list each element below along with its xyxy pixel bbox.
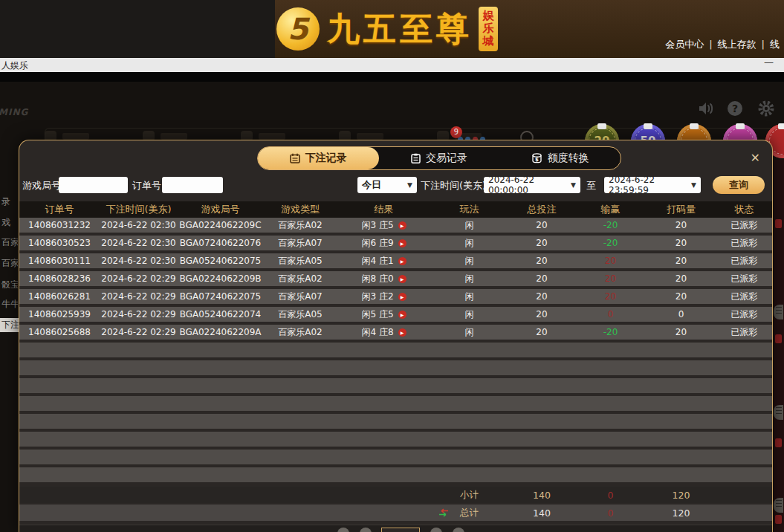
sidebar-fragment: 百家乐: [1, 236, 18, 249]
table-row: 14086031232 2024-6-22 02:30 BGA022406220…: [19, 218, 772, 233]
total-turnover: 120: [646, 505, 716, 521]
subtotal-label: 小计: [430, 487, 508, 503]
cell-status: 已派彩: [716, 236, 772, 250]
cell-type: 百家乐A05: [263, 307, 337, 322]
play-icon[interactable]: ▶: [398, 293, 406, 301]
table-header-row: 订单号 下注时间(美东) 游戏局号 游戏类型 结果 玩法 总投注 输赢 打码量 …: [19, 201, 772, 218]
cell-bet: 20: [508, 289, 575, 304]
tab-quota-transfer[interactable]: $ 额度转换: [499, 147, 621, 169]
empty-row: [19, 432, 772, 447]
settings-gear-icon[interactable]: [757, 100, 775, 117]
cell-status: 已派彩: [716, 325, 772, 340]
order-no-input[interactable]: [162, 177, 223, 193]
sidebar-fragment-active: 下注: [0, 318, 21, 332]
empty-row: [19, 450, 772, 464]
link-member-center[interactable]: 会员中心: [665, 39, 704, 50]
to-label: 至: [586, 179, 596, 192]
cell-play: 闲: [430, 236, 508, 250]
play-icon[interactable]: ▶: [398, 221, 406, 230]
cell-bet: 20: [508, 218, 575, 233]
play-icon[interactable]: ▶: [398, 257, 406, 265]
gaming-brand-fragment: MING: [0, 107, 28, 117]
col-time: 下注时间(美东): [100, 201, 178, 218]
minimize-button[interactable]: —: [764, 56, 774, 68]
pagination-first-button[interactable]: [337, 528, 349, 532]
table-row: 14086025939 2024-6-22 02:29 BGA052406220…: [19, 307, 772, 322]
sidebar-fragment: 录: [1, 195, 18, 208]
table-row: 14086030523 2024-6-22 02:30 BGA072406220…: [19, 236, 772, 250]
cell-turnover: 20: [646, 271, 716, 286]
speaker-icon[interactable]: [696, 100, 714, 117]
sidebar-fragment: 戏: [1, 216, 18, 229]
cell-play: 闲: [430, 253, 508, 268]
cell-time: 2024-6-22 02:30: [100, 218, 178, 233]
cell-turnover: 20: [646, 289, 716, 304]
col-result: 结果: [337, 201, 430, 218]
game-round-input[interactable]: [59, 177, 128, 193]
cell-status: 已派彩: [716, 289, 772, 304]
right-edge-strip: [774, 160, 784, 532]
cell-turnover: 20: [646, 325, 716, 340]
subtotal-turnover: 120: [646, 487, 716, 503]
pagination-last-button[interactable]: [453, 528, 464, 532]
nav-separator: |: [709, 39, 712, 50]
cell-play: 闲: [430, 289, 508, 304]
cell-result: 闲3 庄2▶: [337, 289, 430, 304]
tab-label: 下注记录: [305, 152, 347, 165]
cell-status: 已派彩: [716, 253, 772, 268]
table-row: 14086025688 2024-6-22 02:29 BGA022406220…: [19, 325, 772, 340]
tab-bet-records[interactable]: 下注记录: [258, 147, 379, 169]
pagination-prev-button[interactable]: [360, 528, 372, 532]
site-logo: 5 九五至尊 娱乐城: [276, 4, 498, 53]
cell-play: 闲: [430, 271, 508, 286]
date-range-select[interactable]: 今日 ▼: [357, 177, 417, 193]
tab-transaction-records[interactable]: 交易记录: [379, 147, 500, 169]
play-icon[interactable]: ▶: [398, 275, 406, 283]
subtotal-row: 小计 140 0 120: [19, 487, 772, 503]
swap-arrows-icon: [438, 508, 450, 517]
col-status: 状态: [716, 201, 772, 218]
tab-label: 交易记录: [426, 152, 467, 165]
cell-winloss: 20: [575, 289, 646, 304]
window-titlebar: 人娱乐 —: [0, 58, 784, 72]
cell-order: 14086030523: [19, 236, 100, 250]
col-order: 订单号: [19, 201, 100, 218]
search-button[interactable]: 查询: [713, 176, 765, 194]
date-from-value: 2024-6-22 00:00:00: [488, 175, 568, 195]
empty-row: [19, 360, 772, 375]
cell-order: 14086026281: [19, 289, 100, 304]
cell-play: 闲: [430, 325, 508, 340]
records-table: 订单号 下注时间(美东) 游戏局号 游戏类型 结果 玩法 总投注 输赢 打码量 …: [19, 201, 772, 521]
play-icon[interactable]: ▶: [398, 328, 406, 337]
date-to-select[interactable]: 2024-6-22 23:59:59 ▼: [604, 177, 701, 193]
date-from-select[interactable]: 2024-6-22 00:00:00 ▼: [484, 177, 580, 193]
close-icon[interactable]: ✕: [751, 151, 760, 165]
subtotal-bet: 140: [508, 487, 575, 503]
filter-row: 游戏局号 订单号 今日 ▼ 下注时间(美东) 2024-6-22 00:00:0…: [19, 176, 772, 195]
cell-status: 已派彩: [716, 218, 772, 233]
col-round: 游戏局号: [178, 201, 263, 218]
cell-order: 14086031232: [19, 218, 100, 233]
cell-bet: 20: [508, 236, 575, 250]
play-icon[interactable]: ▶: [398, 311, 406, 319]
col-winloss: 输赢: [575, 201, 646, 218]
pagination-next-button[interactable]: [430, 528, 442, 532]
play-icon[interactable]: ▶: [398, 239, 406, 247]
cell-winloss: 20: [575, 253, 646, 268]
cell-result: 闲4 庄1▶: [337, 253, 430, 268]
order-no-label: 订单号: [132, 179, 161, 192]
cell-winloss: -20: [575, 236, 646, 250]
empty-row: [19, 378, 772, 393]
cell-order: 14086025688: [19, 325, 100, 340]
link-deposit[interactable]: 线上存款: [718, 39, 757, 50]
cell-bet: 20: [508, 271, 575, 286]
cell-time: 2024-6-22 02:30: [100, 253, 178, 268]
logo-badge: 娱乐城: [479, 7, 498, 51]
pagination-page-box[interactable]: [381, 528, 420, 532]
help-icon[interactable]: ?: [726, 100, 744, 117]
game-round-label: 游戏局号: [22, 179, 61, 192]
clipboard-icon: [411, 153, 421, 163]
chevron-down-icon: ▼: [407, 181, 412, 189]
link-cut-off[interactable]: 线: [770, 39, 780, 50]
total-bet: 140: [508, 505, 575, 521]
